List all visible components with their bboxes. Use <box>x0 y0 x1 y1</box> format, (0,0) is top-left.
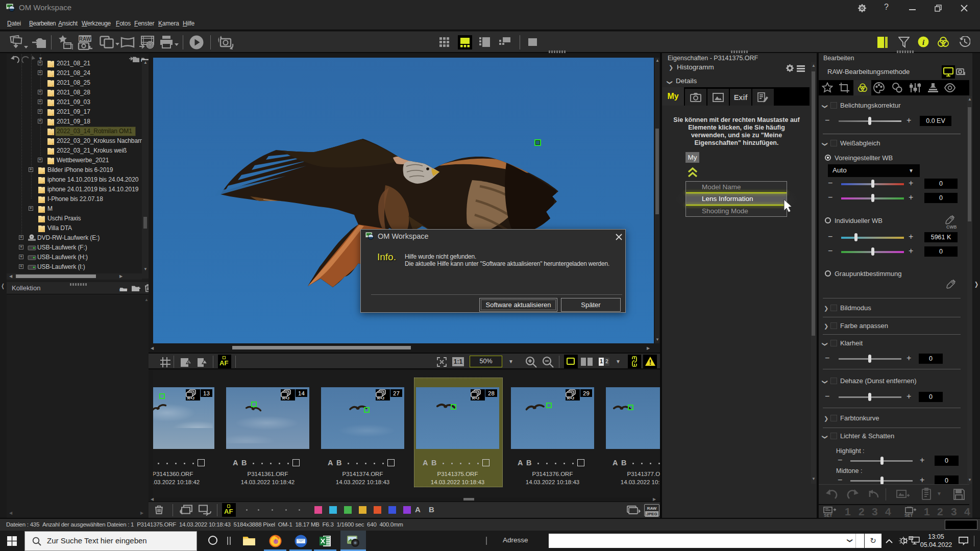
svg-text:RAW: RAW <box>79 36 91 42</box>
